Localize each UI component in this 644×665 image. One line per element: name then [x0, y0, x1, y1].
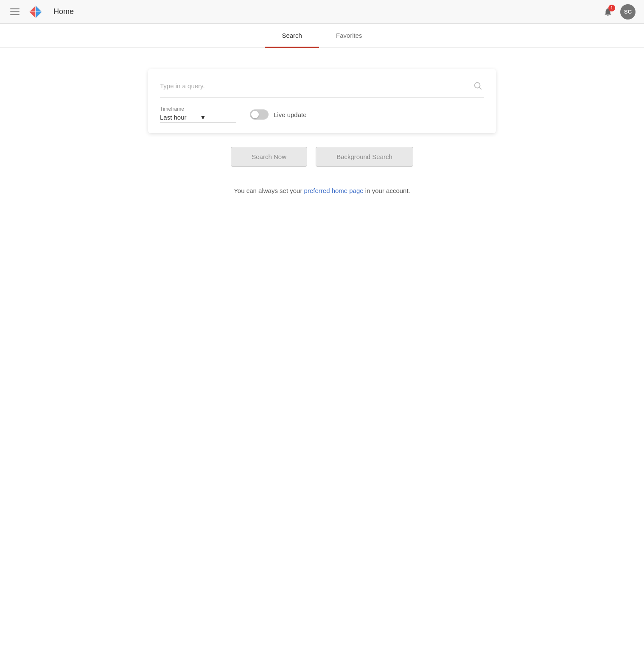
search-icon	[473, 81, 482, 90]
timeframe-group: Timeframe Last hour ▼	[160, 106, 236, 123]
hint-text-after: in your account.	[364, 187, 410, 194]
timeframe-row: Timeframe Last hour ▼ Live update	[160, 106, 484, 123]
timeframe-select[interactable]: Last hour ▼	[160, 114, 236, 123]
header: Home 1 SC	[0, 0, 644, 24]
logo	[28, 4, 43, 20]
tabs-container: Search Favorites	[0, 24, 644, 48]
timeframe-label: Timeframe	[160, 106, 236, 112]
live-update-toggle[interactable]	[250, 109, 269, 120]
search-input-wrapper	[160, 79, 484, 98]
chevron-down-icon: ▼	[200, 114, 236, 121]
search-card: Timeframe Last hour ▼ Live update	[148, 69, 496, 133]
live-update-row: Live update	[250, 109, 307, 120]
tab-search[interactable]: Search	[265, 24, 319, 48]
main-content: Timeframe Last hour ▼ Live update Search…	[0, 48, 644, 194]
search-submit-button[interactable]	[471, 79, 484, 92]
avatar[interactable]: SC	[620, 4, 636, 20]
search-now-button[interactable]: Search Now	[231, 147, 307, 167]
background-search-button[interactable]: Background Search	[316, 147, 413, 167]
hint-text: You can always set your preferred home p…	[234, 187, 410, 194]
hint-text-before: You can always set your	[234, 187, 304, 194]
preferred-home-page-link[interactable]: preferred home page	[304, 187, 364, 194]
header-left: Home	[8, 4, 74, 20]
avatar-initials: SC	[624, 8, 632, 15]
timeframe-value: Last hour	[160, 114, 196, 121]
page-title: Home	[53, 7, 74, 16]
notification-badge: 1	[608, 5, 615, 11]
header-right: 1 SC	[601, 4, 636, 20]
search-input[interactable]	[160, 82, 471, 89]
live-update-label: Live update	[274, 111, 307, 118]
tab-favorites[interactable]: Favorites	[319, 24, 379, 48]
notification-button[interactable]: 1	[601, 5, 615, 19]
action-buttons: Search Now Background Search	[231, 147, 413, 167]
hamburger-menu-icon[interactable]	[8, 7, 21, 17]
svg-line-6	[479, 87, 481, 89]
